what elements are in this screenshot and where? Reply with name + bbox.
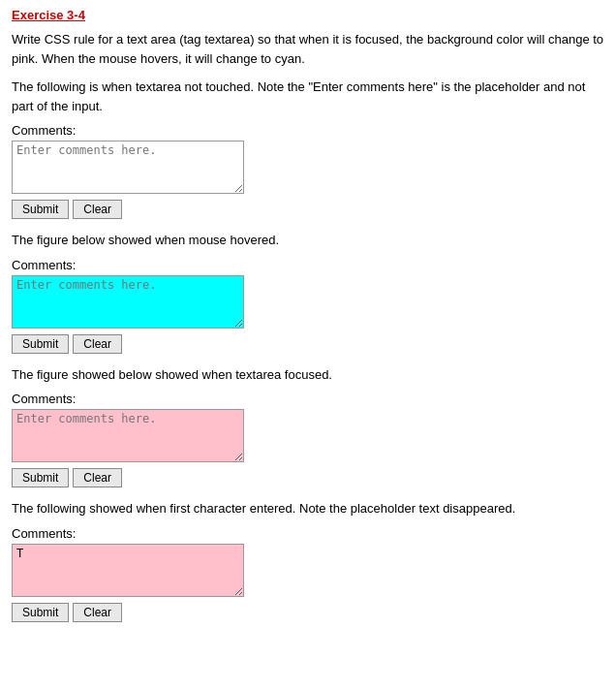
- hover-description: The figure below showed when mouse hover…: [12, 231, 604, 250]
- comments-label-1: Comments:: [12, 258, 604, 272]
- intro-description: The following is when textarea not touch…: [12, 78, 604, 115]
- clear-button-2[interactable]: Clear: [73, 468, 122, 487]
- textarea-normal[interactable]: [12, 141, 244, 194]
- btn-row-3: Submit Clear: [12, 603, 604, 622]
- main-description: Write CSS rule for a text area (tag text…: [12, 30, 604, 68]
- exercise-title: Exercise 3-4: [12, 8, 604, 22]
- section-focused: Comments: Submit Clear: [12, 392, 604, 487]
- section-hovered: Comments: Submit Clear: [12, 258, 604, 354]
- section-typing: Comments: T Submit Clear: [12, 526, 604, 622]
- section-normal: Comments: Submit Clear: [12, 123, 604, 219]
- clear-button-0[interactable]: Clear: [73, 200, 122, 219]
- submit-button-1[interactable]: Submit: [12, 334, 69, 354]
- submit-button-2[interactable]: Submit: [12, 468, 69, 487]
- textarea-typing[interactable]: T: [12, 544, 244, 597]
- comments-label-2: Comments:: [12, 392, 604, 406]
- btn-row-0: Submit Clear: [12, 200, 604, 219]
- btn-row-2: Submit Clear: [12, 468, 604, 487]
- comments-label-3: Comments:: [12, 526, 604, 541]
- clear-button-3[interactable]: Clear: [73, 603, 122, 622]
- typing-description: The following showed when first characte…: [12, 499, 604, 518]
- focused-description: The figure showed below showed when text…: [12, 365, 604, 385]
- textarea-focused[interactable]: [12, 409, 244, 462]
- btn-row-1: Submit Clear: [12, 334, 604, 354]
- comments-label-0: Comments:: [12, 123, 604, 138]
- textarea-hovered[interactable]: [12, 275, 244, 329]
- clear-button-1[interactable]: Clear: [73, 334, 122, 354]
- submit-button-3[interactable]: Submit: [12, 603, 69, 622]
- submit-button-0[interactable]: Submit: [12, 200, 69, 219]
